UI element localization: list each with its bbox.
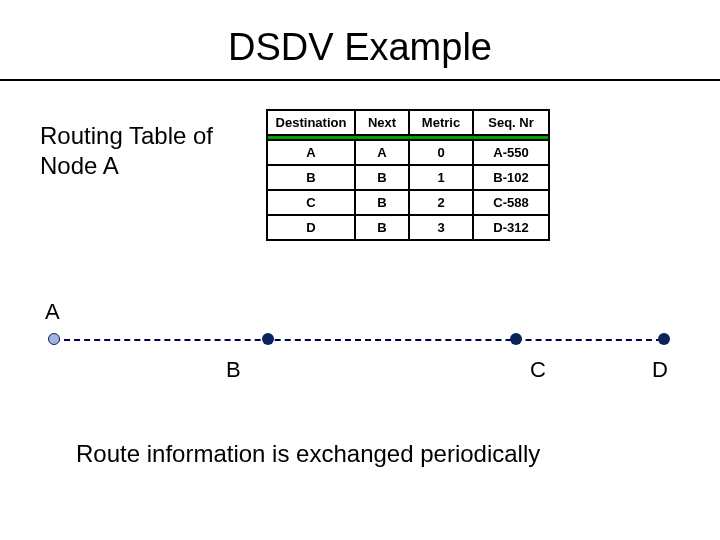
cell-metric: 3 (409, 215, 473, 240)
routing-table: Destination Next Metric Seq. Nr A A 0 A-… (266, 109, 550, 241)
slide: DSDV Example Routing Table of Node A Des… (0, 0, 720, 540)
cell-dest: B (267, 165, 355, 190)
cell-dest: A (267, 140, 355, 165)
node-b-icon (262, 333, 274, 345)
cell-metric: 1 (409, 165, 473, 190)
cell-seq: D-312 (473, 215, 549, 240)
col-header-seq: Seq. Nr (473, 110, 549, 135)
node-a-icon (48, 333, 60, 345)
table-row: D B 3 D-312 (267, 215, 549, 240)
cell-metric: 0 (409, 140, 473, 165)
table-header-row: Destination Next Metric Seq. Nr (267, 110, 549, 135)
table-row: B B 1 B-102 (267, 165, 549, 190)
slide-title: DSDV Example (0, 0, 720, 79)
footer-text: Route information is exchanged periodica… (76, 440, 540, 468)
table-row: A A 0 A-550 (267, 140, 549, 165)
link-line (54, 339, 662, 341)
topology-diagram: A B C D (44, 323, 676, 393)
table-row: C B 2 C-588 (267, 190, 549, 215)
cell-next: A (355, 140, 409, 165)
node-d-label: D (652, 357, 668, 383)
node-a-label: A (45, 299, 60, 325)
cell-metric: 2 (409, 190, 473, 215)
cell-next: B (355, 165, 409, 190)
node-b-label: B (226, 357, 241, 383)
node-c-icon (510, 333, 522, 345)
cell-dest: D (267, 215, 355, 240)
cell-seq: A-550 (473, 140, 549, 165)
caption-line-1: Routing Table of (40, 122, 213, 149)
col-header-next: Next (355, 110, 409, 135)
cell-dest: C (267, 190, 355, 215)
cell-next: B (355, 190, 409, 215)
col-header-metric: Metric (409, 110, 473, 135)
title-divider (0, 79, 720, 81)
caption-line-2: Node A (40, 152, 119, 179)
node-d-icon (658, 333, 670, 345)
cell-next: B (355, 215, 409, 240)
cell-seq: B-102 (473, 165, 549, 190)
col-header-destination: Destination (267, 110, 355, 135)
table-caption: Routing Table of Node A (40, 121, 213, 181)
cell-seq: C-588 (473, 190, 549, 215)
node-c-label: C (530, 357, 546, 383)
